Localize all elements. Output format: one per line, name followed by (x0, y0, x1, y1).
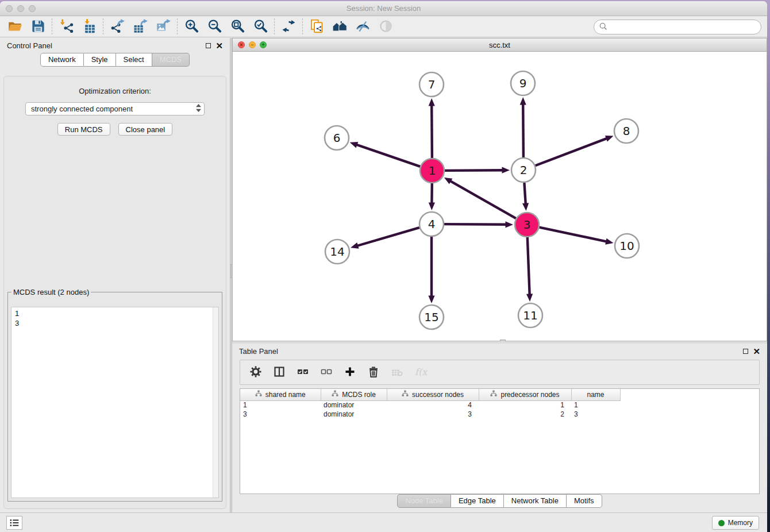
graph-edge[interactable] (536, 138, 607, 166)
graph-node-3[interactable]: 3 (515, 213, 539, 237)
graph-node-10[interactable]: 10 (615, 234, 639, 258)
toggle-graphics-details-button[interactable] (351, 18, 374, 36)
network-window-titlebar[interactable]: scc.txt × − + (232, 38, 767, 52)
search-input[interactable] (608, 23, 761, 32)
column-header-MCDS-role[interactable]: MCDS role (321, 389, 387, 400)
graph-node-2[interactable]: 2 (511, 158, 536, 182)
table-settings-button[interactable] (245, 363, 266, 381)
cell-successor-nodes[interactable]: 3 (387, 410, 479, 419)
homes-icon (332, 18, 348, 36)
network-canvas[interactable]: 7968124314101511 (232, 52, 767, 341)
graph-node-4[interactable]: 4 (419, 212, 444, 236)
graph-node-7[interactable]: 7 (419, 72, 444, 97)
graph-edge[interactable] (524, 183, 525, 205)
cell-shared-name[interactable]: 1 (240, 400, 321, 410)
network-graph[interactable]: 7968124314101511 (233, 52, 767, 340)
graph-node-15[interactable]: 15 (419, 305, 444, 329)
import-table-button[interactable] (78, 18, 101, 36)
cell-name[interactable]: 1 (571, 400, 620, 410)
graph-node-11[interactable]: 11 (518, 303, 542, 327)
memory-button[interactable]: Memory (712, 516, 759, 530)
float-panel-icon[interactable] (206, 43, 211, 48)
close-panel-icon[interactable]: ✕ (215, 43, 223, 48)
tab-node-table[interactable]: Node Table (397, 494, 451, 508)
cell-predecessor-nodes[interactable]: 1 (479, 400, 571, 410)
graph-edge[interactable] (357, 228, 419, 246)
deselect-rows-button[interactable] (315, 363, 337, 381)
tab-mcds[interactable]: MCDS (152, 53, 190, 67)
graph-edge[interactable] (432, 105, 432, 159)
edge-arrowhead (520, 97, 526, 105)
graph-edge[interactable] (445, 170, 503, 171)
run-mcds-button[interactable]: Run MCDS (57, 123, 110, 136)
mcds-result-list[interactable]: 13 (11, 307, 219, 498)
tab-motifs[interactable]: Motifs (567, 494, 602, 508)
table-columns-button[interactable] (268, 363, 290, 381)
export-network-button[interactable] (106, 18, 129, 36)
status-bar: Memory (0, 512, 767, 532)
search-box[interactable] (594, 20, 761, 34)
show-homes-button[interactable] (328, 18, 351, 36)
cell-predecessor-nodes[interactable]: 2 (479, 410, 571, 419)
graph-node-9[interactable]: 9 (511, 71, 535, 95)
node-label: 10 (619, 239, 634, 253)
task-history-button[interactable] (6, 516, 22, 530)
graph-node-8[interactable]: 8 (614, 119, 638, 143)
zoom-selected-button[interactable] (249, 18, 272, 36)
zoom-in-button[interactable] (180, 18, 203, 36)
tab-select[interactable]: Select (116, 53, 152, 67)
close-panel-button[interactable]: Close panel (118, 123, 173, 136)
criterion-value: strongly connected component (31, 105, 195, 113)
graph-edge[interactable] (540, 228, 607, 242)
network-minimize-button[interactable]: − (249, 41, 256, 48)
column-header-predecessor-nodes[interactable]: predecessor nodes (479, 389, 571, 400)
graph-edge[interactable] (528, 237, 530, 295)
table-close-icon[interactable]: ✕ (753, 349, 760, 354)
export-image-button[interactable] (152, 18, 175, 36)
graph-node-14[interactable]: 14 (325, 240, 349, 264)
graph-edge[interactable] (356, 145, 421, 167)
gear-icon (249, 365, 263, 380)
cell-MCDS-role[interactable]: dominator (321, 410, 387, 419)
table-row[interactable]: 3dominator323 (240, 410, 620, 419)
delete-row-button[interactable] (363, 363, 384, 381)
dropdown-stepper-icon (195, 103, 202, 114)
zoom-fit-icon (230, 18, 245, 36)
cell-successor-nodes[interactable]: 4 (387, 400, 479, 410)
table-row[interactable]: 1dominator411 (240, 400, 620, 410)
tab-edge-table[interactable]: Edge Table (451, 494, 504, 508)
add-row-button[interactable] (339, 363, 360, 381)
tab-network-table[interactable]: Network Table (504, 494, 567, 508)
criterion-dropdown[interactable]: strongly connected component (25, 102, 205, 115)
zoom-fit-button[interactable] (226, 18, 249, 36)
open-session-button[interactable] (3, 18, 26, 36)
tab-style[interactable]: Style (84, 53, 116, 67)
result-scrollbar[interactable] (213, 307, 218, 498)
control-panel-tabs: NetworkStyleSelectMCDS (0, 53, 230, 67)
network-maximize-button[interactable]: + (260, 41, 267, 48)
network-close-button[interactable]: × (238, 41, 245, 48)
graph-edge[interactable] (444, 224, 507, 225)
import-network-button[interactable] (55, 18, 78, 36)
table-float-icon[interactable] (743, 349, 748, 354)
network-doc-share-button[interactable] (305, 18, 328, 36)
zoom-out-button[interactable] (203, 18, 226, 36)
cell-shared-name[interactable]: 3 (240, 410, 321, 419)
edge-arrowhead (605, 136, 614, 142)
column-header-name[interactable]: name (571, 389, 620, 400)
graph-node-1[interactable]: 1 (420, 159, 444, 183)
hierarchy-icon (490, 390, 497, 399)
cell-MCDS-role[interactable]: dominator (321, 400, 387, 410)
column-header-successor-nodes[interactable]: successor nodes (387, 389, 479, 400)
tab-network[interactable]: Network (40, 53, 84, 67)
apply-preferred-layout-button[interactable] (277, 18, 300, 36)
graph-edge[interactable] (523, 104, 523, 158)
graph-edge[interactable] (450, 181, 516, 219)
graph-node-6[interactable]: 6 (325, 126, 349, 150)
cell-name[interactable]: 3 (571, 410, 620, 419)
select-all-rows-button[interactable] (292, 363, 313, 381)
save-session-button[interactable] (26, 18, 49, 36)
column-header-shared-name[interactable]: shared name (240, 389, 321, 400)
table-panel-title: Table Panel (239, 347, 743, 356)
export-table-button[interactable] (129, 18, 152, 36)
